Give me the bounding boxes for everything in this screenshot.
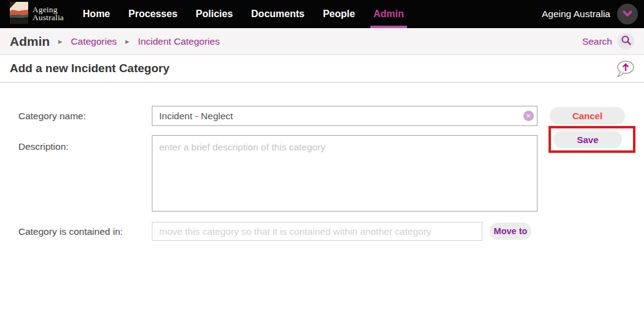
clear-input-icon[interactable]: ✕ xyxy=(523,111,534,121)
breadcrumb-separator-icon: ▸ xyxy=(58,37,62,46)
nav-item-home[interactable]: Home xyxy=(73,0,119,28)
admin-page: Ageing Australia Home Processes Policies… xyxy=(0,0,644,321)
cancel-button[interactable]: Cancel xyxy=(550,107,625,125)
contained-in-label: Category is contained in: xyxy=(18,226,123,237)
page-title: Add a new Incident Category xyxy=(10,62,170,75)
nav-item-admin-label: Admin xyxy=(373,9,404,20)
user-menu-button[interactable] xyxy=(617,4,638,24)
page-title-bar: Add a new Incident Category xyxy=(0,55,644,83)
nav-item-processes[interactable]: Processes xyxy=(119,0,187,28)
description-textarea[interactable] xyxy=(152,135,537,212)
nav-item-policies[interactable]: Policies xyxy=(187,0,242,28)
breadcrumb-bar: Admin ▸ Categories ▸ Incident Categories… xyxy=(0,28,644,55)
nav-item-admin[interactable]: Admin xyxy=(364,0,413,28)
main-nav: Home Processes Policies Documents People… xyxy=(73,0,413,28)
user-account-label: Ageing Australia xyxy=(542,9,610,20)
breadcrumb-root: Admin xyxy=(10,34,50,49)
search-icon xyxy=(620,34,633,49)
publish-bubble-up-arrow-icon[interactable] xyxy=(616,60,635,78)
category-name-label: Category name: xyxy=(18,111,86,122)
brand-name: Ageing Australia xyxy=(32,6,64,22)
move-to-button[interactable]: Move to xyxy=(490,223,531,240)
top-navigation-bar: Ageing Australia Home Processes Policies… xyxy=(0,0,644,28)
brand-logo[interactable]: Ageing Australia xyxy=(10,2,64,26)
breadcrumb-separator-icon: ▸ xyxy=(125,37,130,46)
nav-item-documents[interactable]: Documents xyxy=(242,0,313,28)
search-button[interactable] xyxy=(618,33,634,50)
search-label[interactable]: Search xyxy=(582,36,612,47)
topbar-right: Ageing Australia xyxy=(542,4,638,24)
contained-in-input[interactable] xyxy=(152,222,482,241)
nav-item-people[interactable]: People xyxy=(313,0,364,28)
chevron-down-icon xyxy=(620,6,635,23)
category-name-input[interactable] xyxy=(152,106,537,126)
ageing-australia-logo-icon xyxy=(10,2,28,26)
save-button[interactable]: Save xyxy=(553,131,622,148)
breadcrumb-link-incident-categories[interactable]: Incident Categories xyxy=(138,36,220,47)
search-area: Search xyxy=(582,33,634,50)
breadcrumb-link-categories[interactable]: Categories xyxy=(71,36,117,47)
description-label: Description: xyxy=(18,141,69,152)
